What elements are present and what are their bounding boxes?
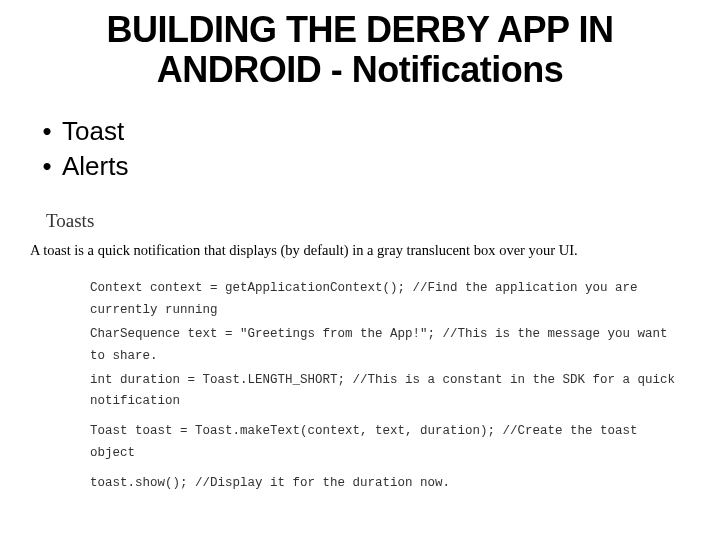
title-line-1: BUILDING THE DERBY APP IN	[107, 9, 614, 50]
code-line: CharSequence text = "Greetings from the …	[90, 324, 690, 368]
slide: BUILDING THE DERBY APP IN ANDROID - Noti…	[0, 0, 720, 540]
section-description: A toast is a quick notification that dis…	[30, 242, 690, 259]
code-line: Context context = getApplicationContext(…	[90, 278, 690, 322]
section-heading: Toasts	[46, 210, 94, 232]
slide-title: BUILDING THE DERBY APP IN ANDROID - Noti…	[0, 10, 720, 91]
list-item: • Toast	[32, 114, 128, 149]
code-block: Context context = getApplicationContext(…	[90, 278, 690, 497]
bullet-list: • Toast • Alerts	[32, 114, 128, 184]
code-line: toast.show(); //Display it for the durat…	[90, 473, 690, 495]
bullet-text: Toast	[62, 114, 124, 149]
title-line-2: ANDROID - Notifications	[157, 49, 564, 90]
code-line: int duration = Toast.LENGTH_SHORT; //Thi…	[90, 370, 690, 414]
bullet-text: Alerts	[62, 149, 128, 184]
list-item: • Alerts	[32, 149, 128, 184]
code-line: Toast toast = Toast.makeText(context, te…	[90, 421, 690, 465]
bullet-dot-icon: •	[32, 149, 62, 184]
bullet-dot-icon: •	[32, 114, 62, 149]
